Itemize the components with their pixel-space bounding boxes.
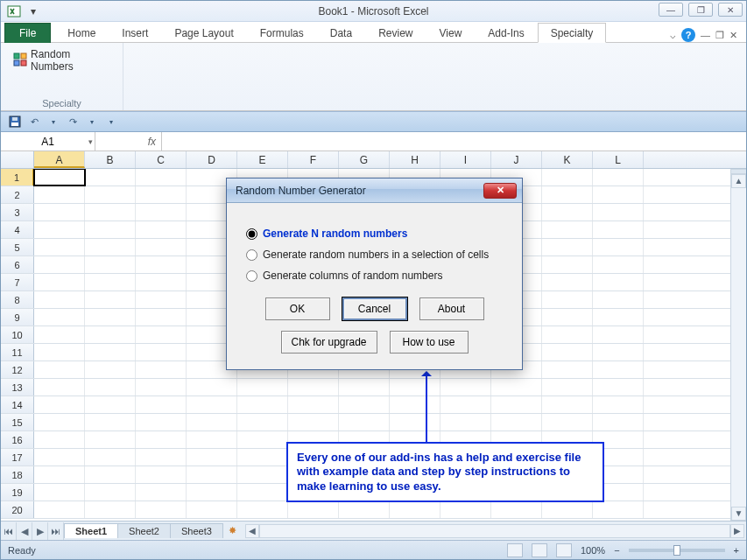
row-header[interactable]: 2 <box>1 186 34 203</box>
view-page-layout-button[interactable] <box>532 543 547 557</box>
column-header[interactable]: F <box>288 151 339 168</box>
scroll-up-arrow[interactable]: ▲ <box>731 174 746 188</box>
sheet-tab[interactable]: Sheet2 <box>117 523 171 538</box>
tab-view[interactable]: View <box>426 23 476 43</box>
cell[interactable] <box>136 204 187 220</box>
cell[interactable] <box>542 291 593 308</box>
cell[interactable] <box>85 169 136 186</box>
cell[interactable] <box>542 274 593 290</box>
cell[interactable] <box>136 186 187 203</box>
column-header[interactable]: G <box>339 151 390 168</box>
row-header[interactable]: 5 <box>1 239 34 256</box>
cell[interactable] <box>34 256 85 273</box>
workbook-close-button[interactable]: ✕ <box>729 30 737 41</box>
redo-button[interactable]: ↷ <box>64 114 81 130</box>
name-box-dropdown-icon[interactable]: ▾ <box>88 137 93 146</box>
cell[interactable] <box>440 396 491 413</box>
cell[interactable] <box>136 414 187 430</box>
cell[interactable] <box>542 379 593 396</box>
cell[interactable] <box>593 501 644 518</box>
cell[interactable] <box>288 501 339 518</box>
cancel-button[interactable]: Cancel <box>342 298 407 320</box>
row-header[interactable]: 11 <box>1 344 34 360</box>
cell[interactable] <box>542 256 593 273</box>
cell[interactable] <box>85 239 136 256</box>
row-header[interactable]: 20 <box>1 501 34 518</box>
window-close-button[interactable]: ✕ <box>718 3 743 17</box>
tab-data[interactable]: Data <box>317 23 365 43</box>
tab-page-layout[interactable]: Page Layout <box>161 23 246 43</box>
tab-add-ins[interactable]: Add-Ins <box>475 23 537 43</box>
cell[interactable] <box>34 291 85 308</box>
cell[interactable] <box>542 186 593 203</box>
column-header[interactable]: I <box>440 151 491 168</box>
cell[interactable] <box>136 169 187 186</box>
cell[interactable] <box>288 414 339 430</box>
cell[interactable] <box>34 396 85 413</box>
cell[interactable] <box>136 309 187 326</box>
select-all-corner[interactable] <box>1 151 34 168</box>
cell[interactable] <box>136 291 187 308</box>
cell[interactable] <box>542 221 593 238</box>
generate-option-radio[interactable] <box>246 270 257 282</box>
cell[interactable] <box>542 309 593 326</box>
cell[interactable] <box>187 431 237 448</box>
cell[interactable] <box>542 396 593 413</box>
ribbon-minimize-icon[interactable]: ⌵ <box>670 30 676 41</box>
cell[interactable] <box>34 501 85 518</box>
cell[interactable] <box>491 501 542 518</box>
cell[interactable] <box>339 414 390 430</box>
cell[interactable] <box>440 414 491 430</box>
how-to-use-button[interactable]: How to use <box>390 331 469 354</box>
tab-review[interactable]: Review <box>365 23 426 43</box>
cell[interactable] <box>85 274 136 290</box>
cell[interactable] <box>491 379 542 396</box>
column-header[interactable]: J <box>491 151 542 168</box>
cell[interactable] <box>34 309 85 326</box>
name-box[interactable]: A1 ▾ <box>1 132 95 150</box>
ok-button[interactable]: OK <box>265 298 330 320</box>
cell[interactable] <box>136 256 187 273</box>
help-icon[interactable]: ? <box>681 28 695 42</box>
cell[interactable] <box>542 361 593 378</box>
fx-icon[interactable]: fx <box>148 136 156 148</box>
cell[interactable] <box>85 186 136 203</box>
cell[interactable] <box>85 396 136 413</box>
qat-customize-dropdown[interactable]: ▾ <box>102 114 120 130</box>
window-maximize-button[interactable]: ❐ <box>688 3 713 17</box>
column-header[interactable]: A <box>34 151 85 168</box>
cell[interactable] <box>237 414 288 430</box>
column-header[interactable]: H <box>390 151 440 168</box>
formula-input[interactable] <box>162 132 746 150</box>
cell[interactable] <box>237 449 288 466</box>
generate-option-label[interactable]: Generate N random numbers <box>263 228 407 240</box>
cell[interactable] <box>187 414 237 430</box>
row-header[interactable]: 10 <box>1 326 34 343</box>
cell[interactable] <box>237 484 288 500</box>
cell[interactable] <box>136 379 187 396</box>
cell[interactable] <box>593 221 644 238</box>
cell[interactable] <box>136 396 187 413</box>
cell[interactable] <box>187 501 237 518</box>
random-numbers-button[interactable]: Random Numbers <box>10 46 114 74</box>
cell[interactable] <box>593 344 644 360</box>
cell[interactable] <box>136 239 187 256</box>
row-header[interactable]: 16 <box>1 431 34 448</box>
hscroll-track[interactable] <box>259 524 730 538</box>
cell[interactable] <box>85 431 136 448</box>
workbook-restore-button[interactable]: ❐ <box>715 30 724 41</box>
scroll-left-arrow[interactable]: ◀ <box>245 524 259 538</box>
cell[interactable] <box>593 239 644 256</box>
titlebar-qat-dd[interactable]: ▾ <box>31 5 36 18</box>
cell[interactable] <box>85 221 136 238</box>
cell[interactable] <box>136 326 187 343</box>
cell[interactable] <box>136 344 187 360</box>
cell[interactable] <box>136 484 187 500</box>
cell[interactable] <box>34 239 85 256</box>
cell[interactable] <box>339 396 390 413</box>
column-header[interactable]: K <box>542 151 593 168</box>
cell[interactable] <box>542 501 593 518</box>
cell[interactable] <box>34 449 85 466</box>
cell[interactable] <box>187 484 237 500</box>
row-header[interactable]: 1 <box>1 169 34 186</box>
